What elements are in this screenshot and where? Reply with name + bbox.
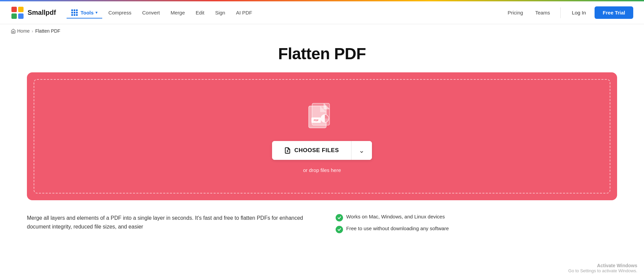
logo[interactable]: Smallpdf — [11, 6, 56, 20]
description-text: Merge all layers and elements of a PDF i… — [27, 214, 309, 233]
svg-rect-3 — [18, 13, 24, 19]
choose-files-label: CHOOSE FILES — [294, 147, 339, 154]
description-paragraph: Merge all layers and elements of a PDF i… — [27, 214, 309, 231]
feature-text-1: Works on Mac, Windows, and Linux devices — [346, 214, 445, 219]
nav-right: Pricing Teams Log In Free Trial — [503, 6, 633, 19]
add-file-icon — [284, 147, 291, 154]
svg-rect-1 — [18, 7, 24, 12]
svg-text:PDF: PDF — [314, 119, 319, 121]
drop-hint: or drop files here — [303, 167, 341, 173]
page-title: Flatten PDF — [0, 44, 644, 63]
nav-ai-pdf[interactable]: AI PDF — [231, 7, 257, 18]
pdf-files-icon: PDF — [302, 100, 342, 130]
bottom-section: Merge all layers and elements of a PDF i… — [0, 214, 644, 233]
nav-teams[interactable]: Teams — [530, 7, 555, 18]
nav-edit[interactable]: Edit — [191, 7, 209, 18]
dropzone[interactable]: PDF CHOOSE FILES ⌄ or d — [34, 79, 610, 194]
nav-tools[interactable]: Tools ▾ — [67, 7, 102, 19]
grid-icon — [71, 9, 78, 16]
main-header: Smallpdf Tools ▾ Compress Convert Merge … — [0, 1, 644, 24]
dropzone-wrapper: PDF CHOOSE FILES ⌄ or d — [27, 72, 617, 200]
login-button[interactable]: Log In — [566, 7, 592, 18]
main-nav: Tools ▾ Compress Convert Merge Edit Sign… — [67, 7, 503, 19]
feature-item-1: Works on Mac, Windows, and Linux devices — [336, 214, 617, 221]
breadcrumb-current: Flatten PDF — [35, 28, 61, 34]
nav-compress[interactable]: Compress — [104, 7, 136, 18]
check-icon-1 — [336, 214, 343, 221]
check-icon-2 — [336, 226, 343, 233]
feature-item-2: Free to use without downloading any soft… — [336, 225, 617, 233]
features-list: Works on Mac, Windows, and Linux devices… — [336, 214, 617, 233]
file-icon-area: PDF — [302, 100, 342, 132]
breadcrumb: Home › Flatten PDF — [0, 24, 644, 38]
logo-icon — [11, 6, 24, 20]
breadcrumb-separator: › — [32, 29, 33, 34]
choose-files-dropdown-button[interactable]: ⌄ — [351, 141, 372, 160]
free-trial-button[interactable]: Free Trial — [595, 6, 633, 19]
svg-rect-2 — [11, 13, 17, 19]
breadcrumb-home-text: Home — [17, 28, 30, 34]
choose-files-button[interactable]: CHOOSE FILES — [272, 141, 351, 160]
breadcrumb-home-link[interactable]: Home — [11, 28, 30, 34]
nav-divider — [560, 7, 561, 18]
nav-pricing[interactable]: Pricing — [503, 7, 528, 18]
feature-text-2: Free to use without downloading any soft… — [346, 225, 449, 231]
svg-rect-0 — [11, 7, 17, 12]
nav-convert[interactable]: Convert — [138, 7, 165, 18]
nav-sign[interactable]: Sign — [211, 7, 230, 18]
nav-merge[interactable]: Merge — [166, 7, 190, 18]
chevron-down-icon: ▾ — [96, 10, 98, 15]
choose-files-row: CHOOSE FILES ⌄ — [272, 141, 372, 160]
home-icon — [11, 29, 16, 34]
logo-text: Smallpdf — [28, 9, 56, 16]
dropdown-chevron-icon: ⌄ — [359, 146, 365, 154]
